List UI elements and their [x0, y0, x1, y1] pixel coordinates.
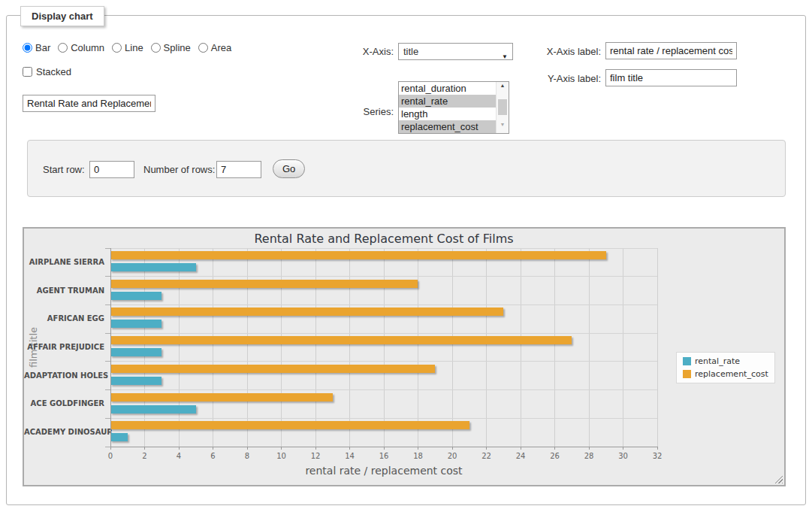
x-tick-label: 0 [95, 452, 125, 460]
chart-type-option-column: Column [58, 42, 104, 53]
gridline-band [110, 276, 657, 277]
start-row-label: Start row: [43, 164, 85, 175]
x-tick-mark [384, 447, 385, 450]
x-tick-mark [589, 447, 590, 450]
y-axis-label-label: Y-Axis label: [518, 73, 601, 84]
start-row-input[interactable] [89, 161, 134, 178]
category-label: ACADEMY DINOSAUR [24, 428, 104, 437]
series-scrollbar[interactable]: ▲ ▼ [496, 82, 509, 133]
go-button[interactable]: Go [273, 159, 305, 178]
number-of-rows-input[interactable] [216, 161, 261, 178]
x-axis-select[interactable]: title ▼ [398, 43, 513, 60]
gridline-x [657, 248, 658, 447]
x-tick-mark [623, 447, 623, 450]
legend-label: rental_rate [695, 356, 740, 366]
scroll-down-icon[interactable]: ▼ [497, 122, 509, 132]
x-axis-label-label: X-Axis label: [518, 46, 601, 57]
category-label: AFRICAN EGG [24, 314, 104, 323]
x-tick-label: 18 [403, 452, 433, 460]
series-multiselect[interactable]: rental_durationrental_ratelengthreplacem… [398, 81, 509, 134]
bar-rental_rate [110, 292, 161, 300]
chart-type-option-spline: Spline [151, 42, 191, 53]
chart-x-axis-title: rental rate / replacement cost [110, 465, 657, 477]
bar-replacement_cost [110, 421, 469, 429]
gridline-x [623, 248, 623, 447]
series-options: rental_durationrental_ratelengthreplacem… [399, 82, 496, 133]
bar-rental_rate [110, 377, 161, 385]
fieldset-legend: Display chart [20, 6, 104, 26]
gridline-x [349, 248, 350, 447]
x-tick-label: 22 [472, 452, 502, 460]
gridline-band [110, 389, 657, 390]
x-tick-mark [486, 447, 487, 450]
page: Display chart BarColumnLineSplineArea St… [0, 0, 812, 512]
x-tick-mark [110, 447, 111, 450]
gridline-band [110, 333, 657, 334]
gridline-x [521, 248, 521, 447]
chart-type-radio-label: Area [211, 42, 231, 53]
legend-item-rental_rate[interactable]: rental_rate [683, 356, 768, 366]
chart-title: Rental Rate and Replacement Cost of Film… [110, 232, 657, 246]
chart-legend: rental_ratereplacement_cost [676, 352, 775, 383]
x-axis-label-input[interactable] [605, 42, 737, 59]
bar-rental_rate [110, 263, 196, 271]
gridline-band [110, 248, 657, 249]
chart-type-radio-line[interactable] [112, 43, 122, 53]
series-option-rental_duration[interactable]: rental_duration [399, 82, 496, 95]
gridline-x [452, 248, 453, 447]
x-tick-mark [452, 447, 453, 450]
number-of-rows-label: Number of rows: [143, 164, 215, 175]
stacked-label: Stacked [36, 66, 71, 77]
x-axis-line [110, 447, 657, 447]
chart-title-input[interactable] [23, 95, 155, 112]
scroll-up-icon[interactable]: ▲ [497, 83, 509, 93]
x-tick-label: 16 [369, 452, 399, 460]
y-axis-label-input[interactable] [605, 69, 737, 86]
bar-rental_rate [110, 433, 128, 441]
chart-type-radio-label: Bar [35, 42, 50, 53]
bar-replacement_cost [110, 251, 606, 259]
gridline-x [281, 248, 282, 447]
series-option-replacement_cost[interactable]: replacement_cost [399, 120, 496, 133]
gridline-x [486, 248, 487, 447]
scrollbar-thumb[interactable] [498, 99, 507, 115]
chart-container: Rental Rate and Replacement Cost of Film… [23, 227, 786, 486]
chart-type-radio-bar[interactable] [23, 43, 32, 53]
x-tick-label: 2 [130, 452, 160, 460]
gridline-band [110, 418, 657, 419]
stacked-row: Stacked [23, 66, 71, 77]
x-tick-label: 30 [608, 452, 638, 460]
resize-handle-icon[interactable] [773, 474, 783, 483]
chart-type-radio-spline[interactable] [151, 43, 161, 53]
x-tick-mark [213, 447, 213, 450]
x-tick-mark [315, 447, 316, 450]
bar-replacement_cost [110, 365, 435, 373]
category-label: ACE GOLDFINGER [24, 399, 104, 408]
x-tick-label: 32 [642, 452, 672, 460]
x-tick-label: 26 [540, 452, 570, 460]
legend-swatch-icon [683, 357, 691, 365]
series-option-rental_rate[interactable]: rental_rate [399, 95, 496, 108]
series-option-length[interactable]: length [399, 108, 496, 120]
x-tick-label: 6 [198, 452, 228, 460]
x-tick-mark [281, 447, 282, 450]
category-label: AFFAIR PREJUDICE [24, 343, 104, 352]
gridline-x [179, 248, 180, 447]
x-tick-label: 4 [164, 452, 194, 460]
stacked-checkbox[interactable] [23, 67, 32, 77]
x-tick-mark [521, 447, 521, 450]
gridline-x [315, 248, 316, 447]
bar-rental_rate [110, 348, 161, 356]
chart-type-radio-label: Line [125, 42, 143, 53]
chart-type-option-area: Area [198, 42, 231, 53]
gridline-x [213, 248, 213, 447]
rows-panel: Start row: Number of rows: Go [27, 140, 786, 197]
gridline-x [589, 248, 590, 447]
chart-type-radio-column[interactable] [58, 43, 68, 53]
chart-type-radio-area[interactable] [198, 43, 208, 53]
gridline-x [384, 248, 385, 447]
gridline-x [247, 248, 248, 447]
x-tick-label: 10 [267, 452, 297, 460]
chart-type-radio-group: BarColumnLineSplineArea [23, 42, 231, 53]
legend-item-replacement_cost[interactable]: replacement_cost [683, 369, 768, 379]
